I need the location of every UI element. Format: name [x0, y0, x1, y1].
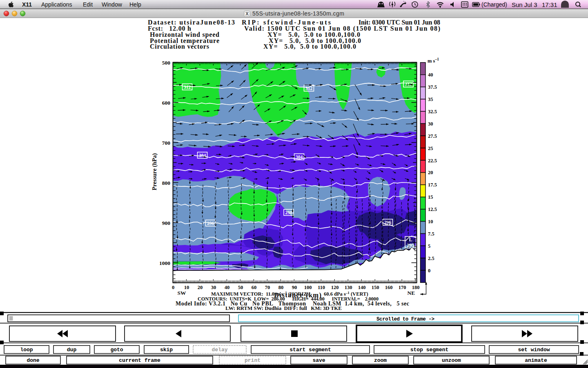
svg-text:delay: delay: [212, 347, 227, 353]
svg-text:1000: 1000: [159, 260, 170, 266]
svg-text:50: 50: [238, 285, 243, 290]
svg-text:40: 40: [428, 72, 433, 78]
svg-text:120: 120: [331, 285, 339, 290]
svg-text:30: 30: [211, 285, 216, 290]
svg-text:700: 700: [162, 140, 171, 146]
svg-text:30: 30: [428, 121, 433, 127]
svg-text:900: 900: [162, 220, 171, 226]
svg-text:NE: NE: [408, 290, 415, 296]
svg-text:zoom: zoom: [374, 357, 387, 364]
svg-text:296: 296: [384, 220, 392, 225]
svg-text:17.5: 17.5: [428, 182, 437, 188]
svg-text:2.5: 2.5: [428, 256, 434, 261]
svg-text:Applications: Applications: [41, 1, 72, 8]
svg-text:40: 40: [225, 285, 230, 290]
svg-text:LW: RRTM SW: Dudhia DIFF: ful: LW: RRTM SW: Dudhia DIFF: full KM: 3D TK…: [225, 305, 342, 311]
svg-text:312: 312: [305, 86, 313, 91]
svg-text:5: 5: [428, 243, 430, 249]
svg-text:save: save: [312, 357, 325, 364]
svg-text:27.5: 27.5: [428, 133, 437, 139]
svg-text:L: L: [409, 237, 412, 242]
svg-text:set window: set window: [518, 347, 550, 353]
svg-text:17:31: 17:31: [542, 1, 557, 8]
svg-text:goto: goto: [110, 347, 123, 353]
svg-text:Sun Jul 3: Sun Jul 3: [512, 1, 537, 8]
svg-text:22.5: 22.5: [428, 158, 437, 164]
svg-text:55S-utsira-june08-les-1350m.cg: 55S-utsira-june08-les-1350m.cgm: [252, 10, 344, 17]
svg-text:296: 296: [207, 221, 214, 226]
svg-text:start segment: start segment: [290, 347, 331, 353]
svg-text:7.5: 7.5: [428, 231, 434, 237]
svg-text:Window: Window: [102, 1, 122, 8]
svg-text:Scrolled to Frame ->: Scrolled to Frame ->: [376, 316, 434, 322]
svg-text:35: 35: [428, 96, 433, 102]
svg-text:170: 170: [399, 285, 406, 290]
svg-text:current frame: current frame: [119, 357, 160, 364]
svg-text:print: print: [245, 357, 261, 364]
svg-text:SW: SW: [177, 290, 186, 296]
svg-text:Circulation vectors: Circulation vectors: [150, 43, 209, 50]
svg-text:(Charged): (Charged): [481, 1, 507, 8]
svg-text:Edit: Edit: [83, 1, 93, 8]
svg-text:10: 10: [184, 285, 189, 290]
svg-text:0: 0: [172, 285, 174, 290]
svg-text:20: 20: [198, 285, 203, 290]
svg-text:140: 140: [358, 285, 366, 290]
svg-text:Pressure (hPa): Pressure (hPa): [151, 153, 158, 190]
svg-text:32.5: 32.5: [428, 109, 437, 114]
svg-text:298: 298: [285, 210, 292, 215]
svg-text:skip: skip: [160, 347, 173, 353]
svg-text:0: 0: [428, 268, 430, 274]
svg-text:37.5: 37.5: [428, 84, 437, 90]
svg-text:X: X: [245, 11, 249, 17]
svg-text:304: 304: [296, 155, 303, 159]
svg-text:600: 600: [162, 100, 171, 106]
svg-text:800: 800: [162, 180, 171, 186]
svg-text:12.5: 12.5: [428, 206, 437, 212]
svg-text:done: done: [27, 357, 39, 364]
svg-text:60: 60: [252, 285, 257, 290]
svg-text:10: 10: [428, 219, 433, 224]
svg-text:animate: animate: [525, 357, 547, 364]
svg-text:150: 150: [372, 285, 379, 290]
svg-text:110: 110: [318, 285, 325, 290]
svg-text:20: 20: [428, 170, 433, 175]
svg-text:100: 100: [304, 285, 312, 290]
svg-text:500: 500: [162, 60, 171, 66]
svg-text:unzoom: unzoom: [442, 357, 461, 364]
svg-text:dup: dup: [67, 347, 77, 353]
svg-text:180: 180: [412, 285, 420, 290]
svg-text:130: 130: [345, 285, 352, 290]
svg-text:90: 90: [292, 285, 297, 290]
svg-text:25: 25: [428, 146, 433, 151]
svg-text:stop segment: stop segment: [410, 347, 449, 353]
svg-text:X11: X11: [22, 1, 32, 8]
svg-text:295: 295: [407, 242, 414, 248]
svg-text:160: 160: [385, 285, 393, 290]
svg-text:XY= 5.0, 5.0 to 100.0,100.0: XY= 5.0, 5.0 to 100.0,100.0: [263, 43, 356, 50]
svg-text:70: 70: [265, 285, 270, 290]
svg-text:80: 80: [278, 285, 284, 290]
svg-text:loop: loop: [20, 347, 33, 353]
svg-text:15: 15: [428, 194, 433, 200]
svg-text:Help: Help: [129, 1, 141, 8]
